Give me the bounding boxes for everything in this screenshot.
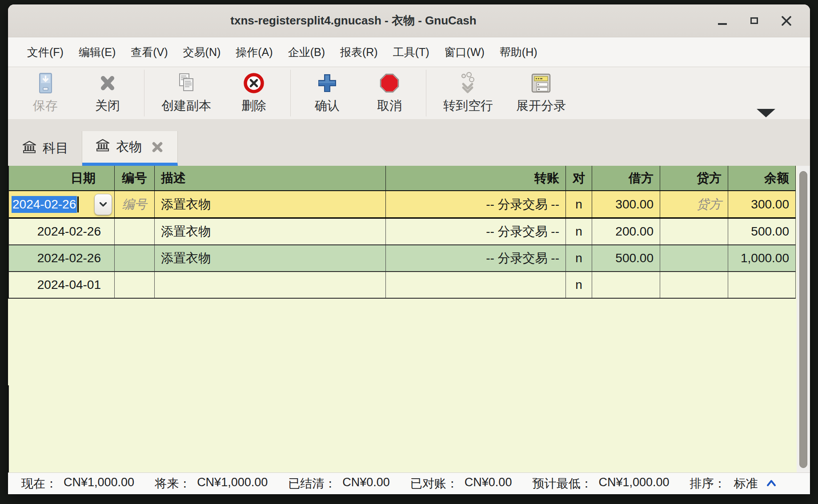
menu-help[interactable]: 帮助(H) (494, 41, 543, 63)
menu-edit[interactable]: 编辑(E) (73, 41, 121, 63)
gnucash-window: txns-registersplit4.gnucash - 衣物 - GnuCa… (8, 4, 810, 494)
transfer-cell[interactable] (386, 272, 566, 298)
titlebar[interactable]: txns-registersplit4.gnucash - 衣物 - GnuCa… (8, 4, 810, 37)
debit-cell[interactable] (592, 272, 660, 298)
status-future-value: CN¥1,000.00 (197, 476, 268, 492)
date-dropdown-button[interactable] (94, 194, 112, 215)
cancel-stop-icon (378, 72, 401, 95)
balance-cell[interactable]: 500.00 (728, 219, 796, 244)
maximize-icon (750, 17, 758, 24)
num-cell[interactable] (115, 219, 155, 244)
balance-cell[interactable]: 1,000.00 (728, 245, 796, 271)
text-cursor (77, 196, 79, 212)
status-present-value: CN¥1,000.00 (64, 476, 134, 492)
status-sort: 排序： 标准 (690, 476, 777, 492)
credit-cell[interactable] (660, 219, 728, 244)
duplicate-button[interactable]: 创建副本 (150, 67, 223, 119)
description-cell[interactable]: 添置衣物 (155, 219, 386, 244)
date-cell[interactable]: 2024-02-26 (9, 245, 115, 271)
tab-accounts-label: 科目 (43, 140, 68, 157)
credit-cell[interactable] (660, 272, 728, 298)
status-present-label: 现在： (21, 476, 57, 492)
vertical-scrollbar[interactable] (797, 166, 810, 472)
tab-close-icon (151, 140, 164, 154)
chevron-down-icon (98, 199, 108, 210)
expand-splits-button[interactable]: 展开分录 (505, 67, 577, 119)
register-header: 日期 编号 描述 转账 对 借方 贷方 余额 (9, 166, 796, 191)
column-header-transfer: 转账 (386, 166, 566, 190)
tab-clothing[interactable]: 衣物 (82, 131, 178, 166)
balance-cell[interactable]: 300.00 (728, 191, 796, 217)
cancel-button[interactable]: 取消 (358, 67, 421, 119)
menu-transaction[interactable]: 交易(N) (177, 41, 227, 63)
goto-blank-button[interactable]: 转到空行 (432, 67, 505, 119)
menu-view[interactable]: 查看(V) (125, 41, 173, 63)
desktop-background: txns-registersplit4.gnucash - 衣物 - GnuCa… (0, 0, 818, 504)
balance-cell[interactable] (728, 272, 796, 298)
date-selected-text[interactable]: 2024-02-26 (12, 196, 77, 213)
register-table: 日期 编号 描述 转账 对 借方 贷方 余额 2024-02-26 (8, 166, 796, 299)
num-cell[interactable]: 编号 (115, 191, 155, 217)
num-cell[interactable] (115, 245, 155, 271)
toolbar: 保存 关闭 创建副本 (8, 67, 810, 119)
debit-cell[interactable]: 300.00 (592, 191, 660, 217)
save-icon (35, 72, 56, 95)
reconciled-cell[interactable]: n (566, 191, 592, 217)
status-cleared-value: CN¥0.00 (342, 476, 390, 492)
tab-close-button[interactable] (151, 140, 164, 154)
credit-cell[interactable] (660, 245, 728, 271)
close-tab-button[interactable]: 关闭 (76, 67, 139, 119)
column-header-balance: 余额 (728, 166, 796, 190)
table-row: 2024-02-26 添置衣物 -- 分录交易 -- n 200.00 500.… (9, 219, 796, 245)
date-edit-field[interactable]: 2024-02-26 (9, 191, 115, 217)
menu-reports[interactable]: 报表(R) (334, 41, 384, 63)
description-cell[interactable]: 添置衣物 (155, 191, 386, 217)
status-sort-value: 标准 (734, 476, 758, 492)
enter-plus-icon (316, 72, 338, 95)
date-cell[interactable]: 2024-02-26 (9, 219, 115, 244)
maximize-button[interactable] (749, 15, 760, 27)
toolbar-separator (290, 70, 291, 116)
menu-business[interactable]: 企业(B) (282, 41, 331, 63)
enter-button[interactable]: 确认 (296, 67, 358, 119)
close-window-button[interactable] (781, 15, 792, 27)
tab-clothing-label: 衣物 (116, 138, 142, 156)
description-cell[interactable]: 添置衣物 (155, 245, 386, 271)
column-header-reconciled: 对 (566, 166, 592, 190)
transfer-cell[interactable]: -- 分录交易 -- (386, 245, 566, 271)
scrollbar-thumb[interactable] (799, 171, 807, 468)
reconciled-cell[interactable]: n (566, 219, 592, 244)
delete-button[interactable]: 删除 (223, 67, 285, 119)
account-bank-icon (96, 139, 110, 155)
column-header-num: 编号 (115, 166, 155, 190)
status-present: 现在： CN¥1,000.00 (21, 476, 134, 492)
reconciled-cell[interactable]: n (566, 272, 592, 298)
sort-ascending-icon (766, 479, 777, 488)
status-reconciled-value: CN¥0.00 (465, 476, 512, 492)
transfer-cell[interactable]: -- 分录交易 -- (386, 191, 566, 217)
menu-tools[interactable]: 工具(T) (387, 41, 435, 63)
column-header-description: 描述 (155, 166, 386, 190)
menu-file[interactable]: 文件(F) (21, 41, 69, 63)
num-cell[interactable] (115, 272, 155, 298)
table-row-selected: 2024-02-26 编号 添置衣物 -- 分录交易 -- n 300.00 贷… (9, 191, 796, 219)
reconciled-cell[interactable]: n (566, 245, 592, 271)
date-cell[interactable]: 2024-04-01 (9, 272, 115, 298)
menu-actions[interactable]: 操作(A) (230, 41, 278, 63)
close-icon (97, 72, 118, 95)
menu-windows[interactable]: 窗口(W) (439, 41, 490, 63)
register-empty-area (8, 385, 797, 472)
debit-cell[interactable]: 200.00 (592, 219, 660, 244)
statusbar: 现在： CN¥1,000.00 将来： CN¥1,000.00 已结清： CN¥… (8, 472, 810, 494)
description-cell[interactable] (155, 272, 386, 298)
goto-blank-icon (457, 72, 479, 95)
toolbar-overflow-arrow-icon[interactable] (757, 109, 775, 117)
transfer-cell[interactable]: -- 分录交易 -- (386, 219, 566, 244)
window-title: txns-registersplit4.gnucash - 衣物 - GnuCa… (8, 13, 699, 28)
tab-accounts[interactable]: 科目 (9, 131, 82, 166)
status-reconciled-label: 已对账： (410, 476, 458, 492)
save-button[interactable]: 保存 (14, 67, 76, 119)
minimize-button[interactable] (717, 15, 728, 27)
credit-cell[interactable]: 贷方 (660, 191, 728, 217)
debit-cell[interactable]: 500.00 (592, 245, 660, 271)
